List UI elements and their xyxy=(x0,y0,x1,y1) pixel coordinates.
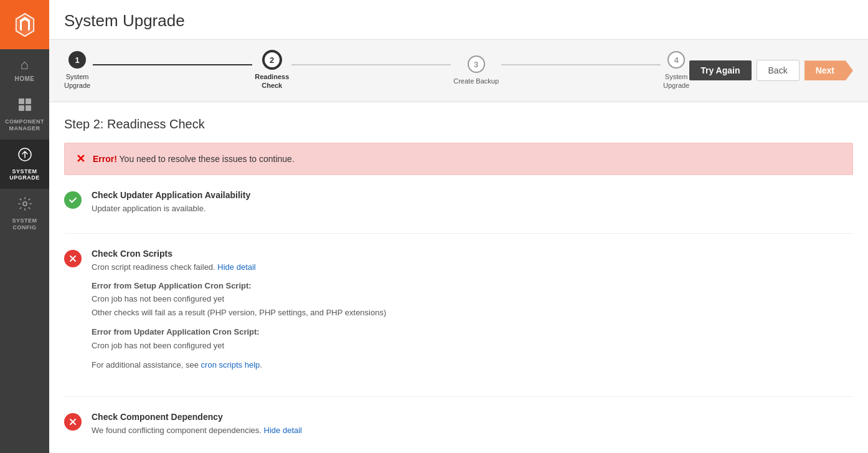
check-error-icon-cron xyxy=(64,250,82,267)
system-config-icon xyxy=(17,196,32,215)
step-2-label: ReadinessCheck xyxy=(255,72,289,90)
svg-rect-2 xyxy=(19,105,24,111)
sidebar-item-component-manager[interactable]: COMPONENTMANAGER xyxy=(0,90,49,140)
wizard-buttons: Try Again Back Next xyxy=(689,60,853,81)
check-error-icon-dep xyxy=(64,413,82,431)
cron-scripts-help-link[interactable]: cron scripts help xyxy=(201,360,260,370)
svg-rect-3 xyxy=(26,105,31,111)
step-1: 1 SystemUpgrade xyxy=(64,51,90,90)
sidebar-logo[interactable] xyxy=(0,0,49,49)
step-1-label: SystemUpgrade xyxy=(64,72,90,90)
page-header: System Upgrade xyxy=(49,0,868,40)
error-banner-text: Error! You need to resolve these issues … xyxy=(93,154,295,164)
divider-1 xyxy=(64,233,853,234)
sidebar-item-system-upgrade[interactable]: SYSTEMUPGRADE xyxy=(0,140,49,189)
hide-detail-dep-link[interactable]: Hide detail xyxy=(264,426,302,435)
step-line-2-3 xyxy=(291,64,451,65)
step-4: 4 SystemUpgrade xyxy=(663,51,689,90)
step-2: 2 ReadinessCheck xyxy=(255,51,289,90)
check-title-cron: Check Cron Scripts xyxy=(92,249,386,259)
check-details-cron: Error from Setup Application Cron Script… xyxy=(92,280,386,371)
back-button[interactable]: Back xyxy=(757,60,800,81)
check-title-dep: Check Component Dependency xyxy=(92,412,302,422)
svg-point-5 xyxy=(23,202,27,206)
svg-rect-0 xyxy=(19,98,24,104)
step-3-circle: 3 xyxy=(468,55,485,73)
cron-detail-block-3: For additional assistance, see cron scri… xyxy=(92,359,386,371)
step-3: 3 Create Backup xyxy=(453,55,499,85)
divider-2 xyxy=(64,396,853,397)
svg-rect-1 xyxy=(26,98,31,104)
error-banner: ✕ Error! You need to resolve these issue… xyxy=(64,143,853,175)
check-desc-updater: Updater application is available. xyxy=(92,203,250,215)
main-content: System Upgrade 1 SystemUpgrade 2 Readine… xyxy=(49,0,868,453)
next-button[interactable]: Next xyxy=(804,60,853,80)
check-body-dependency: Check Component Dependency We found conf… xyxy=(92,412,302,438)
step-line-3-4 xyxy=(501,64,661,65)
check-desc-cron: Cron script readiness check failed. Hide… xyxy=(92,261,386,274)
check-item-updater: Check Updater Application Availability U… xyxy=(64,190,853,216)
sidebar-item-home[interactable]: ⌂ HOME xyxy=(0,49,49,90)
magento-logo-icon xyxy=(11,11,39,39)
sidebar: ⌂ HOME COMPONENTMANAGER SYSTEMUPGRADE xyxy=(0,0,49,453)
step-4-circle: 4 xyxy=(668,51,685,69)
cron-detail-block-2: Error from Updater Application Cron Scri… xyxy=(92,326,386,351)
step-1-circle: 1 xyxy=(68,51,86,69)
try-again-button[interactable]: Try Again xyxy=(689,60,751,80)
sidebar-item-system-config[interactable]: SYSTEMCONFIG xyxy=(0,189,49,239)
system-upgrade-icon xyxy=(17,147,32,166)
check-success-icon xyxy=(64,191,82,209)
error-x-icon: ✕ xyxy=(76,152,85,166)
step-4-label: SystemUpgrade xyxy=(663,72,689,90)
check-item-dependency: Check Component Dependency We found conf… xyxy=(64,412,853,438)
wizard-bar: 1 SystemUpgrade 2 ReadinessCheck 3 Creat… xyxy=(49,40,868,102)
steps-container: 1 SystemUpgrade 2 ReadinessCheck 3 Creat… xyxy=(64,51,689,90)
step-2-circle: 2 xyxy=(263,51,281,69)
check-title-updater: Check Updater Application Availability xyxy=(92,190,250,200)
cron-detail-block-1: Error from Setup Application Cron Script… xyxy=(92,280,386,319)
check-desc-dep: We found conflicting component dependenc… xyxy=(92,424,302,437)
page-title: System Upgrade xyxy=(64,11,853,31)
step-line-1-2 xyxy=(93,64,252,65)
content-area: Step 2: Readiness Check ✕ Error! You nee… xyxy=(49,102,868,453)
check-item-cron: Check Cron Scripts Cron script readiness… xyxy=(64,249,853,379)
hide-detail-cron-link[interactable]: Hide detail xyxy=(217,262,255,272)
check-body-cron: Check Cron Scripts Cron script readiness… xyxy=(92,249,386,379)
home-icon: ⌂ xyxy=(21,57,29,73)
component-manager-icon xyxy=(17,97,32,116)
step-title: Step 2: Readiness Check xyxy=(64,117,853,131)
check-body-updater: Check Updater Application Availability U… xyxy=(92,190,250,216)
step-3-label: Create Backup xyxy=(453,77,499,85)
